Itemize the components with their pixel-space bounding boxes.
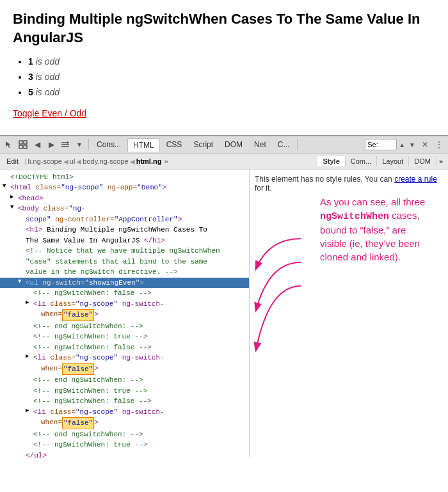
article-list: 1 is odd 3 is odd 5 is odd [28, 54, 435, 100]
down-icon[interactable]: ▾ [73, 138, 86, 151]
expand-arrow-empty [26, 440, 33, 448]
separator2 [297, 139, 298, 150]
expand-arrow-empty [18, 214, 26, 223]
html-line-head: ▶ <head> [0, 193, 249, 204]
expand-arrow-empty [18, 257, 26, 266]
highlight-false-1: "false" [62, 309, 94, 321]
create-rule-link[interactable]: create a rule [394, 175, 437, 184]
svg-rect-0 [19, 141, 22, 144]
html-line-li2b: when="false"> [0, 363, 249, 376]
expand-arrow[interactable]: ▶ [26, 299, 33, 308]
tab-css[interactable]: CSS [161, 138, 188, 151]
tab-c[interactable]: C... [273, 138, 295, 151]
annotation-line5: cloned and linked). [320, 250, 442, 264]
devtools-main-area: <!DOCTYPE html> ▼ <html class="ng-scope"… [0, 170, 448, 457]
separator [88, 139, 89, 150]
expand-arrow-empty [26, 342, 33, 351]
expand-arrow-empty [33, 363, 41, 372]
breadcrumb-item-li[interactable]: li.ng-scope [28, 157, 62, 165]
html-line-ul-close: </ul> [0, 450, 249, 457]
html-line-li3: ▶ <li class="ng-scope" ng-switch- [0, 407, 249, 418]
expand-list-icon[interactable] [59, 138, 72, 151]
no-style-text: This element has no style rules. You can [255, 175, 394, 184]
back-icon[interactable]: ◀ [31, 138, 44, 151]
list-item: 5 is odd [28, 85, 435, 100]
expand-arrow-empty [18, 246, 26, 255]
expand-arrow-empty [18, 450, 26, 457]
expand-arrow-empty [33, 417, 41, 426]
forward-icon[interactable]: ▶ [45, 138, 58, 151]
html-line-body2: scope" ng-controller="AppController"> [0, 214, 249, 225]
close-icon[interactable]: ✕ [419, 138, 431, 151]
search-up-icon[interactable]: ▲ [397, 141, 407, 149]
cursor-icon[interactable] [3, 138, 15, 151]
expand-arrow[interactable]: ▼ [10, 203, 18, 212]
expand-arrow[interactable]: ▶ [26, 407, 33, 416]
html-line-true3: <!-- ngSwitchWhen: true --> [0, 440, 249, 450]
svg-rect-1 [24, 141, 27, 144]
annotation-line2: ngSwitchWhen cases, [320, 209, 442, 223]
separator3: | [24, 158, 26, 165]
search-down-icon[interactable]: ▼ [407, 141, 417, 149]
expand-arrow[interactable]: ▼ [3, 182, 10, 191]
no-style-suffix: for it. [255, 184, 272, 193]
html-line-h1b: The Same Value In AngularJS </h1> [0, 235, 249, 246]
expand-right-icon[interactable]: » [436, 156, 445, 166]
breadcrumb-item-html[interactable]: html.ng [136, 157, 162, 165]
html-source-pane[interactable]: <!DOCTYPE html> ▼ <html class="ng-scope"… [0, 170, 250, 457]
html-line-end3: <!-- end ngSwitchWhen: --> [0, 429, 249, 440]
expand-arrow-empty [26, 331, 33, 340]
html-line-html: ▼ <html class="ng-scope" ng-app="Demo"> [0, 182, 249, 193]
html-line-end1: <!-- end ngSwitchWhen: --> [0, 321, 249, 332]
tab-style[interactable]: Style [317, 156, 345, 166]
tab-dom[interactable]: DOM [220, 138, 248, 151]
breadcrumb-item-body[interactable]: body.ng-scope [83, 157, 128, 165]
tab-dom-right[interactable]: DOM [409, 156, 436, 166]
html-line-comment2: "case" statements that all bind to the s… [0, 257, 249, 267]
devtools-panel: ◀ ▶ ▾ Cons... HTML CSS Script DOM Net C.… [0, 135, 448, 457]
breadcrumb-arrow1: ◀ [63, 158, 68, 165]
html-line-true1: <!-- ngSwitchWhen: true --> [0, 331, 249, 342]
expand-arrow-empty [18, 225, 26, 234]
expand-arrow-empty [26, 375, 33, 384]
expand-arrow[interactable]: ▶ [10, 193, 18, 202]
tab-script[interactable]: Script [188, 138, 218, 151]
no-style-message: This element has no style rules. You can… [250, 170, 448, 198]
devtools-top-bar: ◀ ▶ ▾ Cons... HTML CSS Script DOM Net C.… [0, 136, 448, 154]
list-item: 1 is odd [28, 54, 435, 70]
annotation-text: As you can see, all three ngSwitchWhen c… [320, 195, 442, 264]
html-line-end2: <!-- end ngSwitchWhen: --> [0, 375, 249, 386]
expand-arrow-empty [26, 321, 33, 330]
expand-arrow-empty [33, 309, 41, 318]
expand-arrow-empty [18, 267, 26, 276]
styles-pane: This element has no style rules. You can… [250, 170, 448, 457]
tab-computed[interactable]: Com... [346, 156, 377, 166]
breadcrumb-item-ul[interactable]: ul [70, 157, 76, 165]
expand-arrow-empty [26, 396, 33, 405]
expand-arrow[interactable] [3, 172, 10, 181]
search-input[interactable] [365, 139, 397, 150]
expand-arrow-empty [18, 235, 26, 244]
annotation-line1: As you can see, all three [320, 195, 442, 209]
toggle-link[interactable]: Toggle Even / Odd [13, 108, 86, 118]
expand-arrow[interactable]: ▼ [18, 278, 26, 287]
html-line-body: ▼ <body class="ng- [0, 203, 249, 214]
inspector-icon[interactable] [17, 138, 29, 151]
more-options-icon[interactable]: ⋮ [433, 138, 445, 151]
highlight-false-3: "false" [62, 417, 94, 429]
breadcrumb-expand-icon[interactable]: » [164, 157, 168, 165]
list-item: 3 is odd [28, 70, 435, 85]
tab-net[interactable]: Net [249, 138, 271, 151]
html-line-li2: ▶ <li class="ng-scope" ng-switch- [0, 353, 249, 363]
html-line-doctype: <!DOCTYPE html> [0, 172, 249, 183]
article-title: Binding Multiple ngSwitchWhen Cases To T… [13, 10, 435, 47]
edit-button[interactable]: Edit [3, 156, 22, 166]
svg-rect-2 [19, 145, 22, 148]
tab-layout[interactable]: Layout [377, 156, 409, 166]
expand-arrow[interactable]: ▶ [26, 353, 33, 361]
tab-cons[interactable]: Cons... [92, 138, 126, 151]
html-line-ul[interactable]: ▼ <ul ng-switch="showingEven"> [0, 278, 249, 289]
html-line-ng2: <!-- ngSwitchWhen: false --> [0, 342, 249, 353]
tab-html[interactable]: HTML [127, 138, 160, 152]
devtools-second-bar: Edit | li.ng-scope ◀ ul ◀ body.ng-scope … [0, 154, 448, 170]
